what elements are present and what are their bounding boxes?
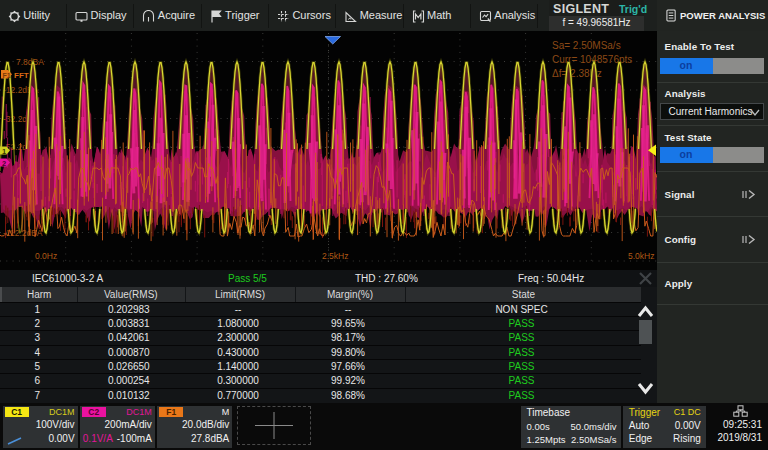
svg-text:1: 1	[2, 147, 6, 156]
svg-text:7.8dBA: 7.8dBA	[16, 57, 44, 67]
svg-text:0.0Hz: 0.0Hz	[35, 251, 57, 261]
svg-text:FFT: FFT	[14, 71, 29, 80]
svg-text:Sa= 2.50MSa/s: Sa= 2.50MSa/s	[552, 40, 621, 51]
svg-text:2.5kHz: 2.5kHz	[322, 251, 348, 261]
svg-text:2: 2	[2, 159, 6, 168]
svg-text:F1: F1	[3, 72, 11, 79]
svg-text:5.0kHz: 5.0kHz	[628, 251, 654, 261]
